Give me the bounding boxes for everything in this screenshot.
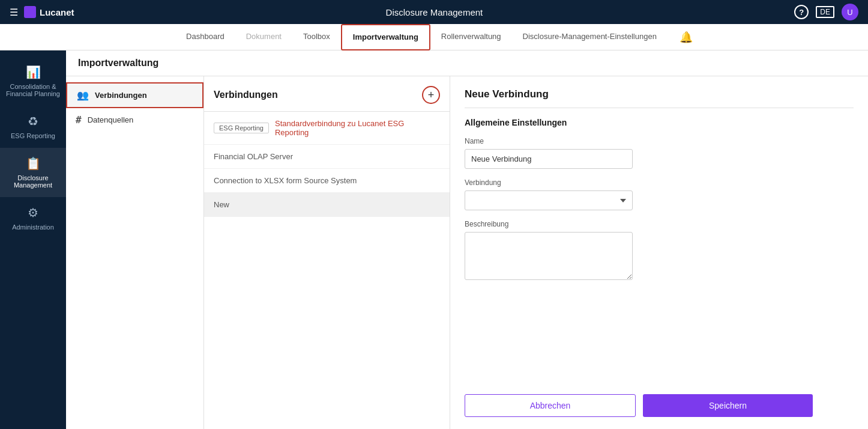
nav-item-rollenverwaltung[interactable]: Rollenverwaltung — [430, 24, 512, 50]
new-name: New — [214, 200, 229, 209]
name-input[interactable] — [465, 149, 633, 169]
app-name: Lucanet — [40, 7, 74, 17]
middle-panel-title: Verbindungen — [214, 90, 278, 100]
connection-item-olap[interactable]: Financial OLAP Server — [204, 145, 450, 169]
connection-item-new[interactable]: New — [204, 193, 450, 217]
administration-icon: ⚙ — [28, 205, 38, 220]
three-col-layout: 👥 Verbindungen # Datenquellen Verbindung… — [66, 76, 868, 429]
middle-panel: Verbindungen + ESG Reporting Standardver… — [204, 76, 450, 429]
sidebar-item-administration[interactable]: ⚙ Administration — [0, 197, 66, 239]
sidebar-item-consolidation[interactable]: 📊 Consolidation & Financial Planning — [0, 56, 66, 106]
connection-item-esg[interactable]: ESG Reporting Standardverbindung zu Luca… — [204, 112, 450, 145]
help-icon[interactable]: ? — [794, 5, 809, 19]
sidebar-item-label-disclosure: Disclosure Management — [4, 174, 62, 189]
avatar[interactable]: U — [842, 4, 858, 20]
datenquellen-icon: # — [76, 114, 82, 126]
connection-item-xlsx[interactable]: Connection to XLSX form Source System — [204, 169, 450, 193]
sidebar-item-disclosure[interactable]: 📋 Disclosure Management — [0, 148, 66, 197]
bell-icon[interactable]: 🔔 — [680, 31, 693, 44]
beschreibung-label: Beschreibung — [465, 220, 854, 228]
logo-icon — [24, 6, 36, 18]
form-actions: Abbrechen Speichern — [465, 380, 813, 417]
save-button[interactable]: Speichern — [643, 394, 813, 417]
nav-item-toolbox[interactable]: Toolbox — [292, 24, 341, 50]
left-panel: 👥 Verbindungen # Datenquellen — [66, 76, 204, 429]
topbar-right: ? DE U — [794, 4, 858, 20]
right-panel: Neue Verbindung Allgemeine Einstellungen… — [450, 76, 868, 429]
sidebar-item-label-esg: ESG Reporting — [11, 132, 55, 139]
topbar-left: ☰ Lucanet — [10, 6, 74, 18]
lucanet-logo: Lucanet — [24, 6, 74, 18]
name-label: Name — [465, 137, 854, 145]
nav-item-importverwaltung[interactable]: Importverwaltung — [341, 24, 430, 50]
left-panel-item-verbindungen[interactable]: 👥 Verbindungen — [66, 82, 203, 108]
nav-item-settings[interactable]: Disclosure-Management-Einstellungen — [512, 24, 668, 50]
esg-badge: ESG Reporting — [214, 123, 269, 133]
main-layout: 📊 Consolidation & Financial Planning ♻ E… — [0, 50, 868, 429]
connections-list: ESG Reporting Standardverbindung zu Luca… — [204, 112, 450, 429]
verbindung-select[interactable] — [465, 190, 633, 210]
nav-item-dokument[interactable]: Dokument — [235, 24, 292, 50]
navbar: Dashboard Dokument Toolbox Importverwalt… — [0, 24, 868, 50]
topbar: ☰ Lucanet Disclosure Management ? DE U — [0, 0, 868, 24]
content-area: Importverwaltung 👥 Verbindungen # Datenq… — [66, 50, 868, 429]
olap-name: Financial OLAP Server — [214, 152, 293, 161]
disclosure-icon: 📋 — [26, 156, 41, 171]
add-connection-button[interactable]: + — [422, 86, 440, 104]
form-group-verbindung: Verbindung — [465, 178, 854, 210]
verbindungen-label: Verbindungen — [95, 91, 147, 100]
middle-panel-header: Verbindungen + — [204, 76, 450, 112]
hamburger-icon[interactable]: ☰ — [10, 7, 18, 18]
nav-item-dashboard[interactable]: Dashboard — [175, 24, 235, 50]
consolidation-icon: 📊 — [26, 65, 41, 79]
cancel-button[interactable]: Abbrechen — [465, 394, 636, 417]
left-panel-item-datenquellen[interactable]: # Datenquellen — [66, 108, 203, 132]
right-panel-title: Neue Verbindung — [465, 88, 854, 108]
datenquellen-label: Datenquellen — [88, 115, 134, 124]
sidebar-item-esg[interactable]: ♻ ESG Reporting — [0, 106, 66, 148]
form-group-beschreibung: Beschreibung — [465, 220, 854, 282]
xlsx-name: Connection to XLSX form Source System — [214, 176, 357, 185]
language-selector[interactable]: DE — [816, 6, 834, 18]
esg-icon: ♻ — [28, 114, 38, 129]
section-title: Allgemeine Einstellungen — [465, 118, 854, 127]
verbindungen-icon: 👥 — [77, 90, 89, 101]
sidebar-item-label-administration: Administration — [12, 224, 54, 231]
form-group-name: Name — [465, 137, 854, 169]
verbindung-label: Verbindung — [465, 178, 854, 187]
app-title: Disclosure Management — [74, 7, 795, 17]
sidebar-item-label-consolidation: Consolidation & Financial Planning — [4, 83, 62, 97]
beschreibung-textarea[interactable] — [465, 232, 633, 280]
esg-link[interactable]: Standardverbindung zu Lucanet ESG Report… — [275, 119, 440, 137]
sidebar: 📊 Consolidation & Financial Planning ♻ E… — [0, 50, 66, 429]
page-header: Importverwaltung — [66, 50, 868, 76]
